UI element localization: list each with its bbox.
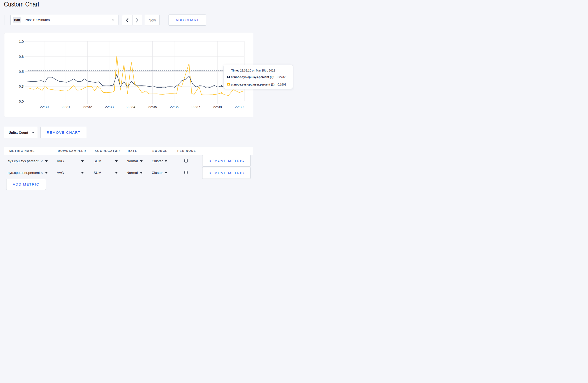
svg-text:0.8: 0.8: [19, 55, 24, 59]
svg-text:1.0: 1.0: [19, 40, 24, 44]
svg-text:0.5: 0.5: [19, 70, 24, 74]
svg-text:22:32: 22:32: [83, 105, 92, 109]
svg-text:22:39: 22:39: [235, 105, 244, 109]
svg-text:22:34: 22:34: [127, 105, 135, 109]
svg-text:22:33: 22:33: [105, 105, 114, 109]
svg-text:22:37: 22:37: [192, 105, 200, 109]
svg-text:22:30: 22:30: [40, 105, 49, 109]
svg-text:0.3: 0.3: [19, 84, 24, 88]
svg-text:22:38: 22:38: [213, 105, 222, 109]
svg-text:22:36: 22:36: [170, 105, 179, 109]
svg-text:22:31: 22:31: [61, 105, 70, 109]
svg-text:0.0: 0.0: [19, 100, 24, 103]
svg-text:22:35: 22:35: [148, 105, 157, 109]
